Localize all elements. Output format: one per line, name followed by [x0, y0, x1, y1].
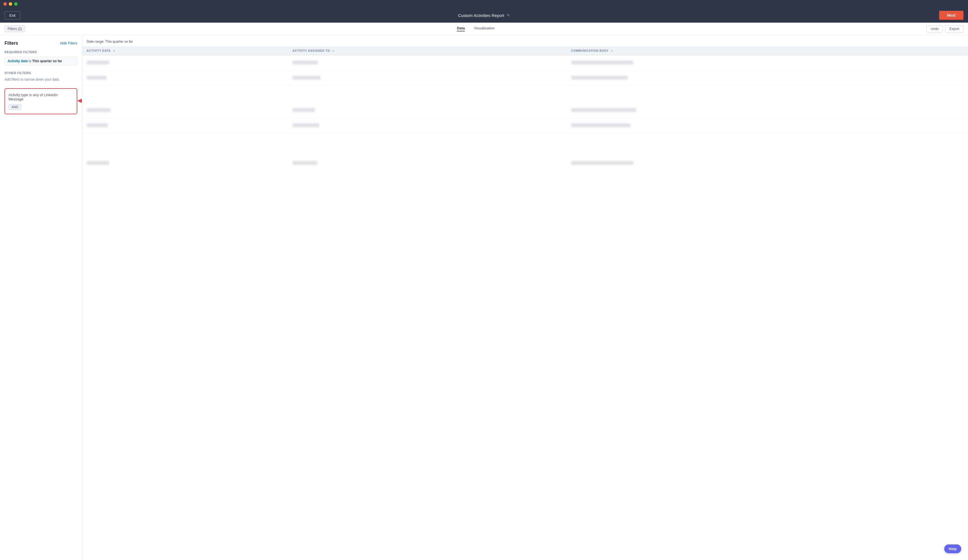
table-body: [82, 55, 968, 171]
topnav-right: Next: [939, 11, 963, 20]
required-section-title: Required filters: [5, 50, 77, 54]
main-layout: Filters Hide Filters Required filters Ac…: [0, 35, 968, 560]
titlebar: [0, 0, 968, 8]
tab-data[interactable]: Data: [457, 26, 465, 31]
table-row: [82, 156, 968, 171]
table-cell: [567, 55, 968, 71]
help-button[interactable]: Help: [944, 544, 961, 553]
svg-marker-1: [77, 97, 82, 105]
table-cell: [567, 103, 968, 118]
table-cell: [567, 118, 968, 133]
col-activity-assigned-to[interactable]: ACTIVITY ASSIGNED TO ▼: [288, 46, 566, 55]
edit-icon[interactable]: ✎: [507, 13, 510, 18]
and-button[interactable]: AND: [8, 104, 21, 110]
filters-panel: Filters Hide Filters Required filters Ac…: [0, 35, 82, 560]
table-row: [82, 103, 968, 118]
top-nav: Exit Custom Activities Report ✎ Next: [0, 8, 968, 23]
required-filter-chip[interactable]: Activity date is This quarter so far: [5, 56, 77, 66]
exit-button[interactable]: Exit: [5, 11, 20, 20]
content-area: Date range: This quarter so far ACTIVITY…: [82, 35, 968, 560]
table-cell: [82, 156, 288, 171]
close-dot[interactable]: [3, 2, 7, 6]
hide-filters-link[interactable]: Hide Filters: [60, 41, 77, 45]
sort-icon-body: ▼: [611, 50, 613, 52]
red-arrow: [77, 95, 82, 107]
sort-icon-assigned: ▼: [332, 50, 335, 52]
activity-type-filter-text: Activity type is any of LinkedIn Message: [8, 93, 73, 101]
table-cell: [288, 156, 566, 171]
tabbar-left: Filters (2): [5, 25, 25, 32]
table-cell: [82, 55, 288, 71]
highlighted-filter-box[interactable]: Activity type is any of LinkedIn Message…: [5, 88, 77, 114]
table-cell: [567, 156, 968, 171]
table-cell: [288, 55, 566, 71]
table-row: [82, 118, 968, 133]
tabs: Data Visualization: [457, 26, 494, 31]
tabbar-right: Undo Export: [927, 25, 963, 33]
maximize-dot[interactable]: [14, 2, 18, 6]
minimize-dot[interactable]: [9, 2, 12, 6]
date-range-bar: Date range: This quarter so far: [82, 38, 968, 46]
export-button[interactable]: Export: [945, 25, 963, 33]
table-cell: [567, 71, 968, 86]
table-cell: [288, 71, 566, 86]
activity-type-link[interactable]: Activity type: [8, 93, 28, 97]
topnav-left: Exit: [5, 11, 20, 20]
undo-button[interactable]: Undo: [927, 25, 943, 33]
filters-badge[interactable]: Filters (2): [5, 25, 25, 32]
filter-quarter-value: This quarter so far: [32, 59, 62, 63]
filters-header: Filters Hide Filters: [5, 41, 77, 46]
col-activity-date[interactable]: ACTIVITY DATE ▼: [82, 46, 288, 55]
table-cell: [82, 71, 288, 86]
table-row: [82, 71, 968, 86]
activity-date-link[interactable]: Activity date: [8, 59, 28, 63]
sort-icon-date: ▼: [113, 50, 116, 52]
filter-is-text: is: [28, 59, 32, 63]
table-cell: [288, 118, 566, 133]
col-communication-body[interactable]: COMMUNICATION BODY ▼: [567, 46, 968, 55]
other-filters-desc: Add filters to narrow down your data.: [5, 78, 77, 81]
table-row: [82, 55, 968, 71]
other-filters-section: Other filters Add filters to narrow down…: [5, 71, 77, 81]
filters-title: Filters: [5, 41, 18, 46]
table-cell: [82, 103, 288, 118]
is-any-of-text: is any of: [28, 93, 44, 97]
table-cell: [82, 118, 288, 133]
tab-bar: Filters (2) Data Visualization Undo Expo…: [0, 23, 968, 35]
data-table: ACTIVITY DATE ▼ ACTIVITY ASSIGNED TO ▼ C…: [82, 46, 968, 171]
other-section-title: Other filters: [5, 71, 77, 75]
table-row-spacer: [82, 86, 968, 103]
tab-visualization[interactable]: Visualization: [474, 26, 494, 31]
table-row-spacer: [82, 133, 968, 156]
report-title: Custom Activities Report: [458, 13, 504, 18]
topnav-title-area: Custom Activities Report ✎: [458, 13, 510, 18]
next-button[interactable]: Next: [939, 11, 963, 20]
table-cell: [288, 103, 566, 118]
table-header: ACTIVITY DATE ▼ ACTIVITY ASSIGNED TO ▼ C…: [82, 46, 968, 55]
